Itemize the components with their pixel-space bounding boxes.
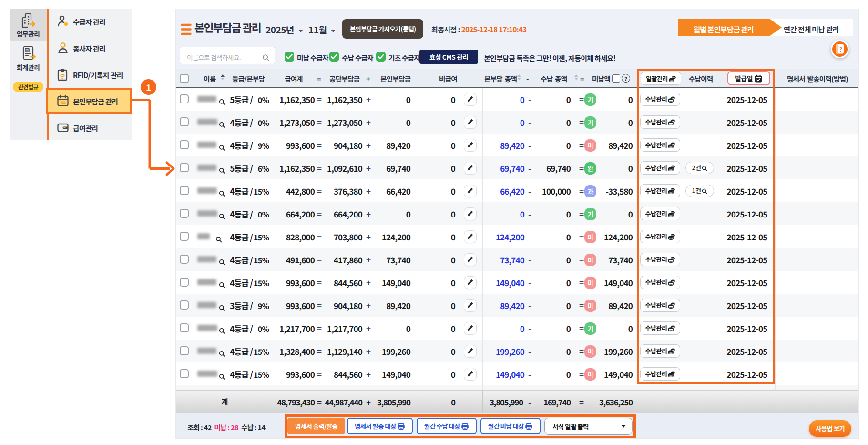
svg-text:?: ? (839, 44, 842, 53)
svg-text:AI: AI (25, 48, 29, 52)
